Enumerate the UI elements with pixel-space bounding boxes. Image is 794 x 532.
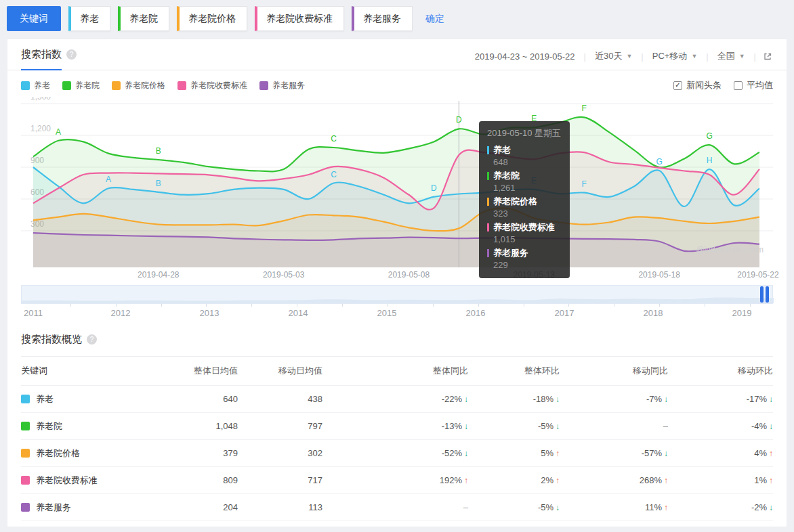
checkbox-checked-icon: ✓ [673,81,682,90]
tooltip-color-bar [487,249,489,257]
watermark: @index.baidu.com [696,245,764,254]
point-marker-label: D [456,115,462,125]
legend-swatch [259,81,268,90]
avg-value-cell: 640 [150,394,238,404]
keyword-input-box[interactable]: 养老服务 [352,6,413,31]
timeline-slider[interactable] [21,285,773,304]
x-axis-label: 2019-04-28 [138,270,179,280]
timeline-tick [342,304,343,307]
percent-cell: 11%↑ [560,502,668,512]
news-checkbox[interactable]: ✓ 新闻头条 [673,79,722,91]
tooltip-item: 养老648 [487,144,562,167]
timeline-mini-chart [22,286,774,303]
keyword-input-box[interactable]: 养老 [68,6,110,31]
keyword-cell: 养老院 [21,420,150,433]
year-label: 2018 [644,308,663,318]
point-marker-label: C [331,170,337,179]
slider-handle-right[interactable] [766,286,769,303]
legend-item[interactable]: 养老院 [62,80,100,91]
point-marker-label: D [431,183,437,193]
keyword-label-button[interactable]: 关键词 [7,6,61,31]
legend-item[interactable]: 养老院价格 [112,80,165,91]
timeline-years: 201120122013201420152016201720182019 [21,304,773,323]
up-arrow-icon: ↑ [769,476,773,485]
percent-cell: 4%↑ [668,448,773,458]
keyword-swatch [21,449,30,458]
legend-swatch [62,81,71,90]
confirm-button[interactable]: 确定 [425,13,444,25]
chevron-down-icon: ▼ [626,53,632,60]
trend-chart-svg: 3006009001,2001,500ABCDEFGHABCDEFG@index… [21,97,773,267]
year-label: 2011 [24,308,43,318]
percent-cell: -5%↓ [468,421,560,431]
legend-label: 养老院收费标准 [190,80,247,91]
card-header: 搜索指数 ? 2019-04-23 ~ 2019-05-22 | 近30天▼ |… [7,39,787,70]
overview-table: 关键词整体日均值移动日均值整体同比整体环比移动同比移动环比养老640438-22… [21,357,773,527]
slider-handle-left[interactable] [760,286,764,303]
tooltip-series-name: 养老 [487,144,562,156]
timeline-tick [659,304,660,307]
device-dropdown[interactable]: PC+移动▼ [644,50,707,62]
avg-value-cell: 302 [238,448,322,458]
keyword-swatch [21,422,30,430]
keyword-input-box[interactable]: 养老院收费标准 [255,6,344,31]
header-controls: 2019-04-23 ~ 2019-05-22 | 近30天▼ | PC+移动▼… [466,48,773,62]
legend-swatch [21,81,30,90]
avg-value-cell: 1,048 [150,421,238,431]
tooltip-series-name: 养老院 [487,170,562,182]
table-header-cell: 整体环比 [468,365,560,377]
legend-label: 养老服务 [272,80,305,91]
trend-chart[interactable]: 3006009001,2001,500ABCDEFGHABCDEFG@index… [21,97,773,267]
tooltip-date: 2019-05-10 星期五 [487,127,562,139]
checkbox-unchecked-icon [734,81,743,90]
down-arrow-icon: ↓ [769,503,773,512]
timeline-tick [478,304,479,307]
legend-item[interactable]: 养老 [21,80,50,91]
timeline-tick [705,304,705,307]
tooltip-item: 养老服务229 [487,247,562,270]
tab-search-index[interactable]: 搜索指数 ? [21,48,77,70]
keyword-input-box[interactable]: 养老院 [118,6,169,31]
table-header-cell: 关键词 [21,365,150,377]
date-range: 2019-04-23 ~ 2019-05-22 [466,51,584,62]
legend-swatch [177,81,186,90]
legend-label: 养老 [34,80,50,91]
legend-item[interactable]: 养老服务 [259,80,305,91]
range-dropdown[interactable]: 近30天▼ [586,50,641,62]
table-row: 养老院价格379302-52%↓5%↑-57%↓4%↑ [21,440,773,467]
table-header-cell: 移动环比 [668,365,773,377]
tooltip-series-value: 1,261 [493,183,562,193]
mini-area [22,297,774,303]
point-marker-label: A [106,175,111,184]
point-marker-label: H [707,156,713,165]
percent-cell: -2%↓ [668,502,773,512]
help-icon[interactable]: ? [87,334,97,345]
timeline-tick [568,304,569,307]
keyword-name: 养老院收费标准 [36,474,98,487]
keyword-swatch [21,395,30,403]
external-link-icon[interactable] [763,51,773,62]
year-label: 2016 [466,308,486,318]
percent-cell: – [560,421,668,431]
avg-checkbox-label: 平均值 [747,79,773,91]
legend-item[interactable]: 养老院收费标准 [177,80,247,91]
help-icon[interactable]: ? [66,49,77,60]
avg-checkbox[interactable]: 平均值 [734,79,773,91]
percent-cell: -18%↓ [468,394,560,404]
region-dropdown[interactable]: 全国▼ [709,50,754,62]
keyword-name: 养老院价格 [36,447,80,460]
point-marker-label: F [582,179,587,189]
table-row: 养老640438-22%↓-18%↓-7%↓-17%↓ [21,386,773,413]
overview-title: 搜索指数概览 [21,333,82,346]
tooltip-series-value: 323 [493,208,562,219]
news-checkbox-label: 新闻头条 [686,79,722,91]
table-header-cell: 移动日均值 [238,365,322,377]
keyword-input-box[interactable]: 养老院价格 [177,6,247,31]
avg-value-cell: 438 [238,394,322,404]
timeline-tick [388,304,388,307]
legend-label: 养老院价格 [125,80,165,91]
divider: | [754,51,756,62]
point-marker-label: F [582,104,587,113]
keyword-boxes: 养老养老院养老院价格养老院收费标准养老服务 [68,6,413,31]
timeline-tick [750,304,751,307]
